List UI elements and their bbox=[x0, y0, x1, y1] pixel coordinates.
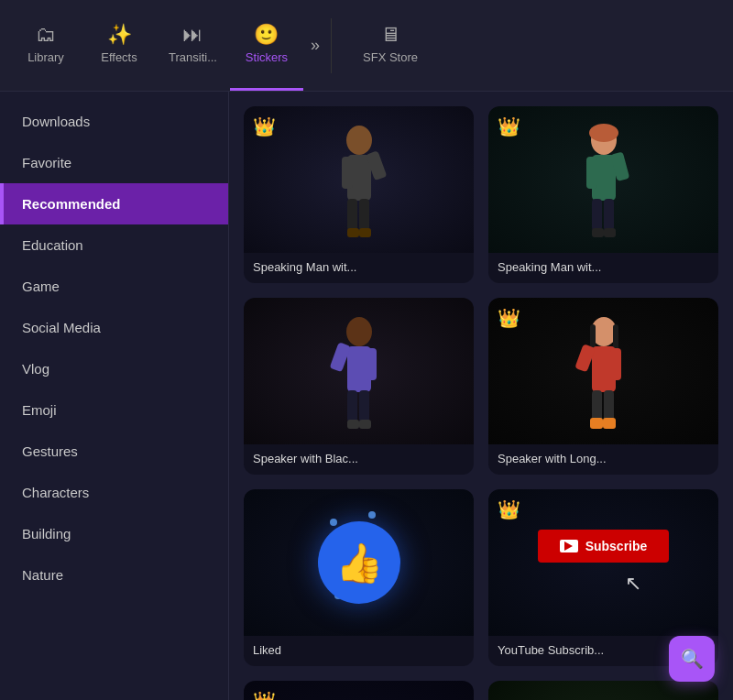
youtube-icon bbox=[560, 540, 578, 552]
effects-icon: ✨ bbox=[107, 25, 132, 45]
nav-label-library: Library bbox=[27, 50, 64, 64]
sidebar-item-building[interactable]: Building bbox=[0, 513, 228, 554]
top-navigation: 🗂 Library ✨ Effects ⏭ Transiti... 🙂 Stic… bbox=[0, 0, 733, 92]
character-svg-man4 bbox=[572, 312, 636, 431]
sticker-label-man2: Speaking Man wit... bbox=[488, 253, 718, 283]
crown-icon-man2: 👑 bbox=[498, 115, 520, 137]
building-visual bbox=[558, 681, 650, 700]
sticker-follow-me[interactable]: 👑 🐦 Follow me Follow me bbox=[244, 681, 474, 700]
sparkle-6 bbox=[368, 511, 376, 519]
nav-divider bbox=[331, 18, 332, 73]
subscribe-text: Subscribe bbox=[585, 539, 648, 553]
cursor-icon: ↖ bbox=[625, 572, 641, 596]
sticker-label-man4: Speaker with Long... bbox=[488, 444, 718, 475]
nav-label-sfxstore: SFX Store bbox=[363, 50, 418, 64]
character-svg-man1 bbox=[327, 120, 391, 239]
sidebar-item-recommended[interactable]: Recommended bbox=[0, 183, 228, 224]
sidebar-item-game[interactable]: Game bbox=[0, 266, 228, 307]
svg-rect-7 bbox=[359, 228, 371, 237]
sticker-speaking-man2[interactable]: 👑 Speaking Man wit... bbox=[488, 106, 718, 283]
nav-item-library[interactable]: 🗂 Library bbox=[9, 0, 82, 91]
crown-icon-follow: 👑 bbox=[253, 690, 276, 700]
sfxstore-icon: 🖥 bbox=[380, 25, 400, 45]
sticker-thumb-man3 bbox=[244, 298, 474, 444]
svg-point-0 bbox=[346, 126, 372, 155]
sidebar-item-nature[interactable]: Nature bbox=[0, 554, 228, 596]
svg-rect-32 bbox=[604, 390, 614, 422]
character-svg-man3 bbox=[327, 312, 391, 431]
crown-icon-subscribe: 👑 bbox=[498, 498, 520, 520]
svg-rect-14 bbox=[604, 199, 614, 231]
main-layout: Downloads Favorite Recommended Education… bbox=[0, 92, 733, 700]
stickers-content: 👑 Speaking Man wit... bbox=[229, 92, 733, 700]
library-icon: 🗂 bbox=[36, 25, 56, 45]
sparkle-1 bbox=[330, 519, 337, 526]
svg-rect-19 bbox=[366, 348, 377, 380]
sticker-speaking-man1[interactable]: 👑 Speaking Man wit... bbox=[244, 106, 474, 283]
sticker-thumb-man4: 👑 bbox=[488, 298, 718, 444]
nav-label-stickers: Stickers bbox=[246, 50, 288, 64]
nav-more-button[interactable]: » bbox=[303, 0, 327, 91]
svg-point-17 bbox=[346, 317, 372, 346]
svg-rect-13 bbox=[592, 199, 602, 231]
nav-item-effects[interactable]: ✨ Effects bbox=[82, 0, 156, 91]
sticker-thumb-liked: 👍 bbox=[244, 489, 474, 636]
nav-item-transitions[interactable]: ⏭ Transiti... bbox=[156, 0, 230, 91]
svg-rect-11 bbox=[586, 157, 597, 189]
svg-rect-15 bbox=[592, 228, 604, 237]
search-icon: 🔍 bbox=[681, 648, 704, 670]
sticker-thumb-subscribe: 👑 Subscribe ↖ bbox=[488, 489, 718, 636]
svg-rect-31 bbox=[592, 390, 602, 422]
svg-rect-5 bbox=[359, 199, 369, 231]
svg-rect-22 bbox=[359, 390, 369, 422]
nav-label-transitions: Transiti... bbox=[169, 50, 217, 64]
sticker-thumb-man1: 👑 bbox=[244, 106, 474, 253]
svg-rect-33 bbox=[590, 418, 603, 429]
svg-rect-24 bbox=[359, 420, 371, 429]
sidebar-item-downloads[interactable]: Downloads bbox=[0, 101, 228, 142]
sidebar-item-education[interactable]: Education bbox=[0, 224, 228, 266]
nav-item-sfxstore[interactable]: 🖥 SFX Store bbox=[335, 0, 445, 91]
svg-rect-34 bbox=[603, 418, 616, 429]
sticker-liked[interactable]: 👍 Liked bbox=[244, 489, 474, 666]
sidebar-item-emoji[interactable]: Emoji bbox=[0, 389, 228, 431]
sticker-thumb-man2: 👑 bbox=[488, 106, 718, 253]
sticker-speaker-black[interactable]: Speaker with Blac... bbox=[244, 298, 474, 475]
stickers-icon: 🙂 bbox=[254, 25, 279, 45]
sidebar-item-characters[interactable]: Characters bbox=[0, 472, 228, 513]
subscribe-button-visual: Subscribe bbox=[538, 530, 670, 563]
youtube-play-icon bbox=[564, 541, 573, 551]
liked-visual: 👍 bbox=[318, 489, 400, 636]
nav-label-effects: Effects bbox=[101, 50, 137, 64]
svg-rect-4 bbox=[347, 199, 357, 231]
svg-rect-2 bbox=[342, 157, 353, 189]
sidebar-item-vlog[interactable]: Vlog bbox=[0, 348, 228, 389]
sticker-label-man1: Speaking Man wit... bbox=[244, 253, 474, 283]
sticker-speaker-long[interactable]: 👑 bbox=[488, 298, 718, 475]
svg-rect-6 bbox=[347, 228, 359, 237]
crown-icon-man4: 👑 bbox=[498, 307, 520, 329]
stickers-grid: 👑 Speaking Man wit... bbox=[244, 106, 718, 700]
transitions-icon: ⏭ bbox=[182, 25, 202, 45]
svg-rect-29 bbox=[610, 348, 621, 380]
svg-point-9 bbox=[589, 124, 618, 142]
sticker-building[interactable] bbox=[488, 681, 718, 700]
sticker-thumb-building bbox=[488, 681, 718, 700]
sidebar: Downloads Favorite Recommended Education… bbox=[0, 92, 229, 700]
sidebar-item-favorite[interactable]: Favorite bbox=[0, 142, 228, 183]
svg-rect-23 bbox=[347, 420, 359, 429]
sidebar-item-social-media[interactable]: Social Media bbox=[0, 307, 228, 348]
thumbs-up-icon: 👍 bbox=[318, 521, 400, 604]
sticker-label-man3: Speaker with Blac... bbox=[244, 444, 474, 475]
follow-visual: 🐦 Follow me bbox=[261, 681, 457, 700]
nav-item-stickers[interactable]: 🙂 Stickers bbox=[230, 0, 303, 91]
sticker-label-liked: Liked bbox=[244, 636, 474, 666]
sticker-thumb-follow: 👑 🐦 Follow me bbox=[244, 681, 474, 700]
svg-rect-21 bbox=[347, 390, 357, 422]
sidebar-item-gestures[interactable]: Gestures bbox=[0, 431, 228, 472]
search-button[interactable]: 🔍 bbox=[669, 636, 715, 682]
subscribe-visual: Subscribe ↖ bbox=[538, 489, 670, 636]
svg-rect-16 bbox=[604, 228, 616, 237]
crown-icon-man1: 👑 bbox=[253, 115, 276, 137]
character-svg-man2 bbox=[572, 120, 636, 239]
